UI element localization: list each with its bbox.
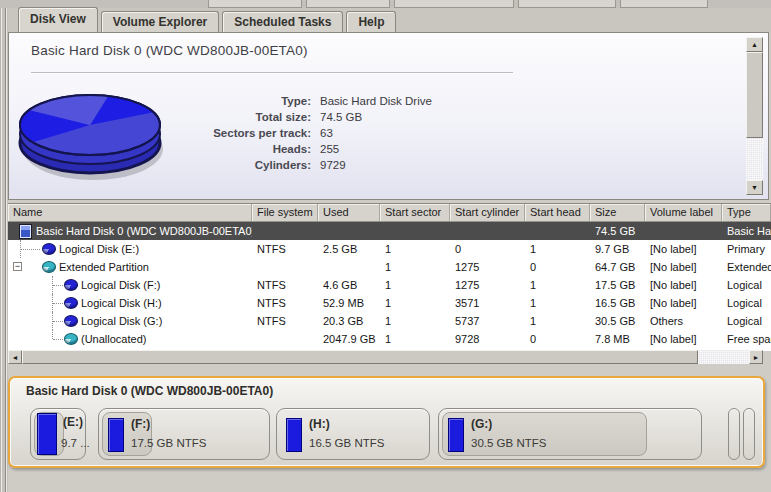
cell-start-head: [525, 222, 590, 240]
cell-start-cylinder: 3571: [450, 294, 525, 312]
row-name: Basic Hard Disk 0 (WDC WD800JB-00ETA0): [36, 222, 252, 240]
cell-size: 9.7 GB: [590, 240, 645, 258]
table-row-extended[interactable]: −Extended Partition 1 1275 0 64.7 GB [No…: [8, 258, 771, 276]
tree-line: [53, 285, 63, 286]
partition-block-h[interactable]: (H:) 16.5 GB NTFS: [276, 408, 430, 460]
cell-start-sector: 1: [380, 312, 450, 330]
column-header-start-cylinder[interactable]: Start cylinder: [450, 204, 525, 221]
partition-detail: 17.5 GB NTFS: [131, 437, 206, 449]
disk-info-panel: Basic Hard Disk 0 (WDC WD800JB-00ETA0) T…: [8, 32, 769, 200]
scroll-down-icon[interactable]: ▼: [746, 180, 763, 195]
vertical-scrollbar[interactable]: ▲ ▼: [746, 37, 763, 195]
tab-volume-explorer[interactable]: Volume Explorer: [101, 11, 219, 32]
property-row: Total size: 74.5 GB: [159, 109, 432, 125]
partition-bar-icon: [37, 413, 57, 455]
disk-map-title: Basic Hard Disk 0 (WDC WD800JB-00ETA0): [26, 384, 273, 398]
partition-block-f[interactable]: (F:) 17.5 GB NTFS: [98, 408, 270, 460]
cell-file-system: NTFS: [252, 312, 318, 330]
cell-size: 7.8 MB: [590, 330, 645, 348]
scrollbar-thumb[interactable]: [746, 52, 763, 138]
partition-label: (F:): [131, 417, 150, 431]
collapse-icon[interactable]: −: [13, 262, 22, 271]
partition-icon: [64, 297, 78, 309]
cell-volume-label: [No label]: [645, 330, 722, 348]
property-value: 255: [320, 141, 339, 157]
scrollbar-thumb[interactable]: [22, 350, 698, 364]
cell-start-sector: 1: [380, 294, 450, 312]
table-row-unallocated[interactable]: (Unallocated) 2047.9 GB 1 9728 0 7.8 MB …: [8, 330, 771, 348]
partition-block-e[interactable]: (E:) 9.7 ...: [30, 408, 86, 460]
table-row-logical-e[interactable]: Logical Disk (E:) NTFS 2.5 GB 1 0 1 9.7 …: [8, 240, 771, 258]
cell-file-system: [252, 222, 318, 240]
cell-start-sector: 1: [380, 240, 450, 258]
cell-start-sector: 1: [380, 330, 450, 348]
toolbar-button-stub[interactable]: [518, 0, 616, 8]
row-name: Extended Partition: [59, 258, 149, 276]
unallocated-icon: [64, 333, 78, 345]
cell-used: 20.3 GB: [318, 312, 380, 330]
cell-start-cylinder: 9728: [450, 330, 525, 348]
row-name: Logical Disk (G:): [81, 312, 162, 330]
cell-type: Logical: [722, 294, 771, 312]
column-header-name[interactable]: Name: [8, 204, 252, 221]
table-row-logical-h[interactable]: Logical Disk (H:) NTFS 52.9 MB 1 3571 1 …: [8, 294, 771, 312]
cell-type: Extended: [722, 258, 771, 276]
cell-start-cylinder: 1275: [450, 276, 525, 294]
property-row: Type: Basic Hard Disk Drive: [159, 93, 432, 109]
column-header-type[interactable]: Type: [722, 204, 771, 221]
column-header-size[interactable]: Size: [590, 204, 645, 221]
partition-icon: [64, 279, 78, 291]
cell-start-head: 1: [525, 240, 590, 258]
disk-title: Basic Hard Disk 0 (WDC WD800JB-00ETA0): [31, 43, 308, 58]
tab-help[interactable]: Help: [346, 11, 396, 32]
property-label: Sectors per track:: [159, 125, 311, 141]
scrollbar-track[interactable]: [746, 52, 763, 180]
tree-line: [53, 321, 63, 322]
cell-start-sector: 1: [380, 276, 450, 294]
disk-properties: Type: Basic Hard Disk Drive Total size: …: [159, 93, 432, 173]
tab-bar: Disk View Volume Explorer Scheduled Task…: [8, 8, 771, 32]
column-header-file-system[interactable]: File system: [252, 204, 318, 221]
disk-pie-chart: [15, 83, 177, 191]
cell-type: Logical: [722, 312, 771, 330]
cell-used: 2.5 GB: [318, 240, 380, 258]
property-value: Basic Hard Disk Drive: [320, 93, 432, 109]
scroll-right-icon[interactable]: ►: [749, 350, 763, 364]
cell-file-system: NTFS: [252, 294, 318, 312]
column-header-start-sector[interactable]: Start sector: [380, 204, 450, 221]
unallocated-block[interactable]: [743, 408, 755, 460]
cell-volume-label: [No label]: [645, 240, 722, 258]
table-row-disk0[interactable]: Basic Hard Disk 0 (WDC WD800JB-00ETA0) 7…: [8, 222, 771, 240]
scroll-left-icon[interactable]: ◄: [8, 350, 22, 364]
cell-file-system: NTFS: [252, 240, 318, 258]
tab-disk-view[interactable]: Disk View: [18, 7, 98, 32]
cell-start-head: 1: [525, 294, 590, 312]
partition-table: Name File system Used Start sector Start…: [8, 203, 771, 351]
tree-line: [53, 339, 63, 340]
tree-line: [52, 330, 53, 339]
divider: [31, 72, 513, 73]
cell-volume-label: [No label]: [645, 276, 722, 294]
toolbar-button-stub[interactable]: [394, 0, 514, 8]
cell-volume-label: [645, 222, 722, 240]
partition-block-g[interactable]: (G:) 30.5 GB NTFS: [438, 408, 702, 460]
cell-volume-label: Others: [645, 312, 722, 330]
property-label: Type:: [159, 93, 311, 109]
row-name: Logical Disk (E:): [59, 240, 139, 258]
column-header-start-head[interactable]: Start head: [525, 204, 590, 221]
toolbar-button-stub[interactable]: [306, 0, 390, 8]
table-row-logical-g[interactable]: Logical Disk (G:) NTFS 20.3 GB 1 5737 1 …: [8, 312, 771, 330]
cell-start-sector: 1: [380, 258, 450, 276]
partition-label: (E:): [63, 415, 83, 429]
tab-scheduled-tasks[interactable]: Scheduled Tasks: [222, 11, 343, 32]
table-row-logical-f[interactable]: Logical Disk (F:) NTFS 4.6 GB 1 1275 1 1…: [8, 276, 771, 294]
property-value: 63: [320, 125, 333, 141]
toolbar-button-stub[interactable]: [208, 0, 302, 8]
column-header-volume-label[interactable]: Volume label: [645, 204, 722, 221]
scroll-up-icon[interactable]: ▲: [746, 37, 763, 52]
toolbar-button-stub[interactable]: [620, 0, 708, 8]
unallocated-block[interactable]: [728, 408, 740, 460]
disk-map-panel[interactable]: Basic Hard Disk 0 (WDC WD800JB-00ETA0) (…: [8, 376, 765, 468]
column-header-used[interactable]: Used: [318, 204, 380, 221]
horizontal-scrollbar[interactable]: ◄ ►: [8, 350, 763, 364]
